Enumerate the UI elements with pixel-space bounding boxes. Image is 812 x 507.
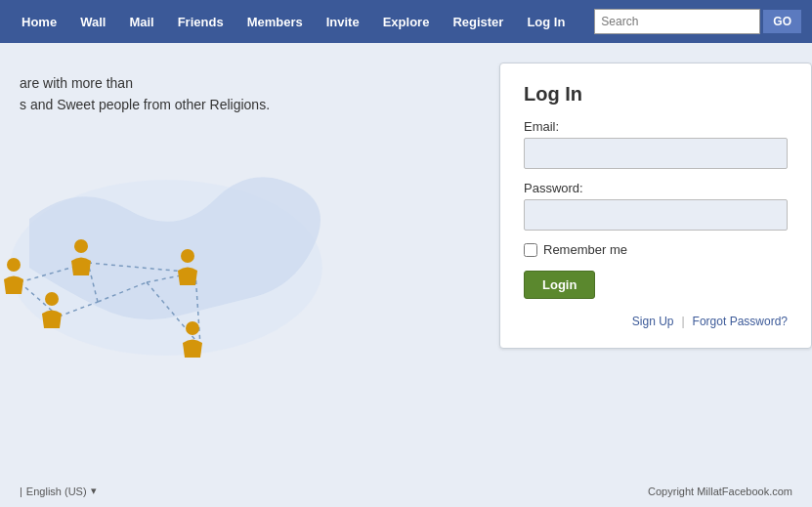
left-panel: are with more than s and Sweet people fr… [0, 43, 480, 507]
nav-explore[interactable]: Explore [371, 0, 442, 43]
svg-point-14 [186, 321, 199, 335]
nav-mail[interactable]: Mail [117, 0, 165, 43]
email-label: Email: [524, 119, 788, 134]
tagline: are with more than s and Sweet people fr… [20, 72, 274, 116]
nav-wall[interactable]: Wall [68, 0, 117, 43]
login-box: Log In Email: Password: Remember me Logi… [499, 63, 812, 349]
remember-me-label[interactable]: Remember me [543, 242, 627, 257]
email-input[interactable] [524, 138, 788, 169]
login-title: Log In [524, 83, 788, 106]
password-input[interactable] [524, 199, 788, 231]
svg-point-10 [181, 249, 194, 263]
nav-register[interactable]: Register [441, 0, 515, 43]
main-content: are with more than s and Sweet people fr… [0, 43, 812, 507]
tagline-line1: are with more than [20, 75, 133, 91]
right-panel: Log In Email: Password: Remember me Logi… [480, 43, 812, 507]
login-button[interactable]: Login [524, 271, 595, 299]
search-input[interactable] [594, 9, 760, 34]
remember-me-checkbox[interactable] [524, 243, 537, 257]
network-illustration [0, 121, 332, 375]
password-label: Password: [524, 181, 788, 195]
tagline-line2: s and Sweet people from other Religions. [20, 97, 270, 112]
login-links: Sign Up | Forgot Password? [524, 315, 788, 328]
link-separator: | [681, 315, 684, 328]
footer-left: | English (US) ▾ [20, 485, 97, 497]
footer-separator: | [20, 486, 22, 497]
nav-friends[interactable]: Friends [166, 0, 235, 43]
navbar: Home Wall Mail Friends Members Invite Ex… [0, 0, 812, 43]
copyright: Copyright MillatFacebook.com [648, 486, 792, 497]
nav-invite[interactable]: Invite [315, 0, 371, 43]
forgot-password-link[interactable]: Forgot Password? [693, 315, 788, 328]
sign-up-link[interactable]: Sign Up [632, 315, 674, 328]
search-form: GO [594, 9, 802, 34]
footer: | English (US) ▾ Copyright MillatFaceboo… [0, 485, 812, 497]
language-icon: ▾ [91, 485, 97, 497]
nav-members[interactable]: Members [235, 0, 315, 43]
svg-point-12 [45, 292, 59, 306]
remember-me-container: Remember me [524, 242, 788, 257]
svg-point-11 [74, 239, 88, 253]
nav-home[interactable]: Home [10, 0, 68, 43]
language-link[interactable]: English (US) [26, 486, 87, 497]
svg-point-13 [7, 258, 21, 272]
search-button[interactable]: GO [762, 9, 802, 34]
nav-login[interactable]: Log In [515, 0, 577, 43]
